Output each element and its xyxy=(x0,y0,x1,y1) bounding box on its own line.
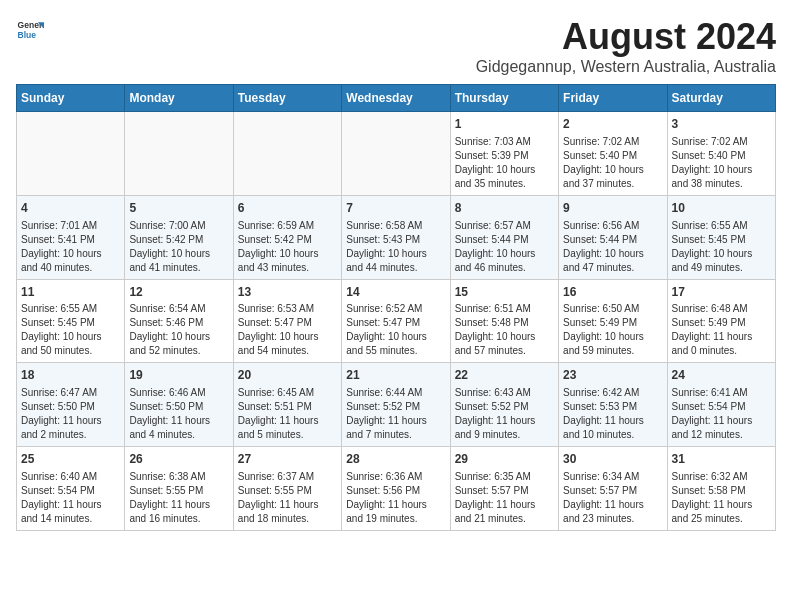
cell-info-line: and 12 minutes. xyxy=(672,428,771,442)
cell-info-line: Sunset: 5:42 PM xyxy=(238,233,337,247)
cell-info-line: and 40 minutes. xyxy=(21,261,120,275)
calendar-table: SundayMondayTuesdayWednesdayThursdayFrid… xyxy=(16,84,776,531)
calendar-week-row: 18Sunrise: 6:47 AMSunset: 5:50 PMDayligh… xyxy=(17,363,776,447)
cell-info-line: Sunrise: 6:44 AM xyxy=(346,386,445,400)
cell-info-line: Sunset: 5:55 PM xyxy=(238,484,337,498)
cell-info-line: Sunrise: 6:45 AM xyxy=(238,386,337,400)
cell-info-line: Sunset: 5:57 PM xyxy=(455,484,554,498)
cell-info-line: Daylight: 11 hours xyxy=(129,414,228,428)
cell-info-line: Sunset: 5:49 PM xyxy=(563,316,662,330)
cell-info-line: and 0 minutes. xyxy=(672,344,771,358)
day-number: 3 xyxy=(672,116,771,133)
cell-info-line: Daylight: 10 hours xyxy=(455,330,554,344)
cell-info-line: Daylight: 11 hours xyxy=(672,330,771,344)
day-of-week-header: Saturday xyxy=(667,85,775,112)
cell-info-line: Sunset: 5:56 PM xyxy=(346,484,445,498)
cell-info-line: Sunrise: 6:42 AM xyxy=(563,386,662,400)
cell-info-line: Daylight: 11 hours xyxy=(672,414,771,428)
cell-info-line: and 16 minutes. xyxy=(129,512,228,526)
logo-icon: General Blue xyxy=(16,16,44,44)
cell-info-line: Sunrise: 6:37 AM xyxy=(238,470,337,484)
calendar-cell xyxy=(125,112,233,196)
calendar-cell: 12Sunrise: 6:54 AMSunset: 5:46 PMDayligh… xyxy=(125,279,233,363)
day-number: 9 xyxy=(563,200,662,217)
cell-info-line: Sunrise: 6:52 AM xyxy=(346,302,445,316)
cell-info-line: Daylight: 10 hours xyxy=(129,330,228,344)
calendar-cell: 9Sunrise: 6:56 AMSunset: 5:44 PMDaylight… xyxy=(559,195,667,279)
calendar-cell: 25Sunrise: 6:40 AMSunset: 5:54 PMDayligh… xyxy=(17,447,125,531)
day-number: 21 xyxy=(346,367,445,384)
calendar-cell: 20Sunrise: 6:45 AMSunset: 5:51 PMDayligh… xyxy=(233,363,341,447)
day-number: 26 xyxy=(129,451,228,468)
day-of-week-header: Tuesday xyxy=(233,85,341,112)
day-number: 20 xyxy=(238,367,337,384)
day-number: 4 xyxy=(21,200,120,217)
cell-info-line: and 21 minutes. xyxy=(455,512,554,526)
cell-info-line: and 50 minutes. xyxy=(21,344,120,358)
cell-info-line: Sunset: 5:41 PM xyxy=(21,233,120,247)
cell-info-line: Sunrise: 6:36 AM xyxy=(346,470,445,484)
calendar-cell: 13Sunrise: 6:53 AMSunset: 5:47 PMDayligh… xyxy=(233,279,341,363)
cell-info-line: Sunset: 5:40 PM xyxy=(563,149,662,163)
day-number: 19 xyxy=(129,367,228,384)
cell-info-line: and 43 minutes. xyxy=(238,261,337,275)
cell-info-line: and 5 minutes. xyxy=(238,428,337,442)
calendar-cell: 5Sunrise: 7:00 AMSunset: 5:42 PMDaylight… xyxy=(125,195,233,279)
cell-info-line: Sunset: 5:48 PM xyxy=(455,316,554,330)
title-block: August 2024 Gidgegannup, Western Austral… xyxy=(476,16,776,76)
cell-info-line: Daylight: 10 hours xyxy=(238,247,337,261)
cell-info-line: Sunrise: 6:53 AM xyxy=(238,302,337,316)
cell-info-line: Sunset: 5:53 PM xyxy=(563,400,662,414)
cell-info-line: Sunrise: 6:55 AM xyxy=(672,219,771,233)
day-number: 27 xyxy=(238,451,337,468)
cell-info-line: Daylight: 11 hours xyxy=(238,414,337,428)
cell-info-line: Daylight: 11 hours xyxy=(346,414,445,428)
cell-info-line: Sunrise: 6:57 AM xyxy=(455,219,554,233)
cell-info-line: Sunrise: 7:02 AM xyxy=(563,135,662,149)
cell-info-line: and 2 minutes. xyxy=(21,428,120,442)
calendar-cell xyxy=(342,112,450,196)
cell-info-line: and 7 minutes. xyxy=(346,428,445,442)
cell-info-line: Sunrise: 6:41 AM xyxy=(672,386,771,400)
cell-info-line: Daylight: 10 hours xyxy=(455,247,554,261)
cell-info-line: Sunset: 5:51 PM xyxy=(238,400,337,414)
calendar-cell: 15Sunrise: 6:51 AMSunset: 5:48 PMDayligh… xyxy=(450,279,558,363)
cell-info-line: and 41 minutes. xyxy=(129,261,228,275)
cell-info-line: Sunset: 5:42 PM xyxy=(129,233,228,247)
cell-info-line: Daylight: 11 hours xyxy=(563,414,662,428)
cell-info-line: Daylight: 10 hours xyxy=(672,163,771,177)
cell-info-line: Daylight: 10 hours xyxy=(238,330,337,344)
cell-info-line: Sunrise: 6:34 AM xyxy=(563,470,662,484)
calendar-cell: 3Sunrise: 7:02 AMSunset: 5:40 PMDaylight… xyxy=(667,112,775,196)
cell-info-line: Sunset: 5:45 PM xyxy=(672,233,771,247)
cell-info-line: and 9 minutes. xyxy=(455,428,554,442)
cell-info-line: Sunset: 5:43 PM xyxy=(346,233,445,247)
cell-info-line: Sunrise: 6:32 AM xyxy=(672,470,771,484)
cell-info-line: Sunrise: 6:43 AM xyxy=(455,386,554,400)
day-number: 5 xyxy=(129,200,228,217)
day-number: 17 xyxy=(672,284,771,301)
cell-info-line: Daylight: 11 hours xyxy=(455,498,554,512)
cell-info-line: Sunset: 5:54 PM xyxy=(672,400,771,414)
calendar-cell: 8Sunrise: 6:57 AMSunset: 5:44 PMDaylight… xyxy=(450,195,558,279)
cell-info-line: Daylight: 10 hours xyxy=(346,330,445,344)
cell-info-line: and 46 minutes. xyxy=(455,261,554,275)
cell-info-line: Sunset: 5:49 PM xyxy=(672,316,771,330)
cell-info-line: and 52 minutes. xyxy=(129,344,228,358)
calendar-cell: 6Sunrise: 6:59 AMSunset: 5:42 PMDaylight… xyxy=(233,195,341,279)
svg-text:Blue: Blue xyxy=(18,30,37,40)
calendar-cell: 19Sunrise: 6:46 AMSunset: 5:50 PMDayligh… xyxy=(125,363,233,447)
cell-info-line: Sunset: 5:46 PM xyxy=(129,316,228,330)
cell-info-line: Sunset: 5:57 PM xyxy=(563,484,662,498)
day-number: 23 xyxy=(563,367,662,384)
calendar-cell: 2Sunrise: 7:02 AMSunset: 5:40 PMDaylight… xyxy=(559,112,667,196)
cell-info-line: and 49 minutes. xyxy=(672,261,771,275)
day-of-week-header: Monday xyxy=(125,85,233,112)
calendar-cell: 21Sunrise: 6:44 AMSunset: 5:52 PMDayligh… xyxy=(342,363,450,447)
day-number: 12 xyxy=(129,284,228,301)
cell-info-line: Daylight: 10 hours xyxy=(346,247,445,261)
cell-info-line: Sunset: 5:55 PM xyxy=(129,484,228,498)
cell-info-line: and 35 minutes. xyxy=(455,177,554,191)
cell-info-line: Sunrise: 6:54 AM xyxy=(129,302,228,316)
cell-info-line: and 25 minutes. xyxy=(672,512,771,526)
